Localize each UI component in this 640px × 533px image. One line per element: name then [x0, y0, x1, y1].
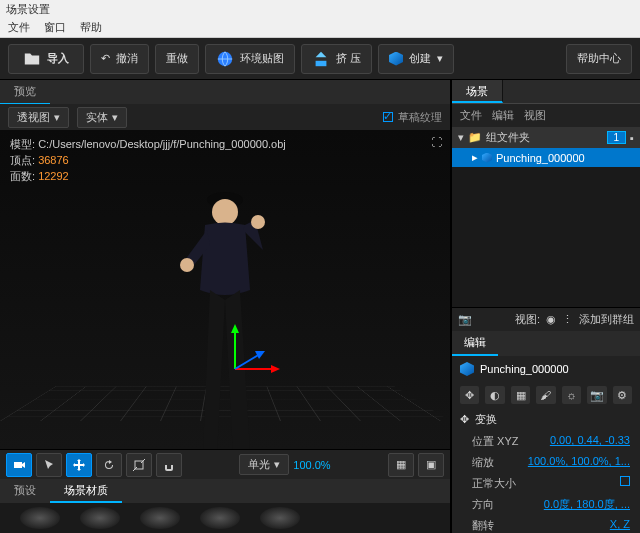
- scene-tree-area[interactable]: [452, 167, 640, 307]
- shading-dropdown[interactable]: 单光 ▾: [239, 454, 289, 475]
- view-option-icon[interactable]: ⋮: [562, 313, 573, 326]
- scene-menu-edit[interactable]: 编辑: [492, 108, 514, 123]
- chevron-down-icon: ▾: [437, 52, 443, 65]
- preview-options-bar: 透视图▾ 实体▾ 草稿纹理: [0, 104, 450, 130]
- viewport-toolbar: 单光 ▾ 100.0% ▦ ▣: [0, 449, 450, 479]
- menu-file[interactable]: 文件: [8, 20, 30, 35]
- object-name[interactable]: Punching_000000: [480, 363, 569, 375]
- snap-tool[interactable]: [156, 453, 182, 477]
- scale-value[interactable]: 100.0%, 100.0%, 1...: [528, 455, 630, 470]
- scene-folder-row[interactable]: ▾ 📁 组文件夹 1 ▪: [452, 127, 640, 148]
- menu-window[interactable]: 窗口: [44, 20, 66, 35]
- chevron-right-icon: ▸: [472, 151, 478, 164]
- svg-rect-13: [14, 462, 22, 468]
- chevron-down-icon: ▾: [54, 111, 60, 124]
- envmap-button[interactable]: 环境贴图: [205, 44, 295, 74]
- flip-value[interactable]: X, Z: [610, 518, 630, 533]
- folder-icon: [23, 50, 41, 68]
- camera-tool[interactable]: [6, 453, 32, 477]
- cube-icon: [482, 153, 492, 163]
- main-toolbar: 导入 ↶撤消 重做 环境贴图 挤 压 创建 ▾ 帮助中心: [0, 38, 640, 80]
- scene-menu-file[interactable]: 文件: [460, 108, 482, 123]
- object-title-row: Punching_000000: [452, 356, 640, 382]
- render-button[interactable]: ▣: [418, 453, 444, 477]
- direction-value[interactable]: 0.0度, 180.0度, ...: [544, 497, 630, 512]
- folder-icon: 📁: [468, 131, 482, 144]
- scene-submenu: 文件 编辑 视图: [452, 104, 640, 127]
- normal-size-checkbox[interactable]: [620, 476, 630, 486]
- rough-texture-toggle[interactable]: 草稿纹理: [383, 110, 442, 125]
- display-mode-dropdown[interactable]: 实体▾: [77, 107, 127, 128]
- settings-icon[interactable]: ⚙: [613, 386, 632, 404]
- material-thumb[interactable]: [140, 507, 180, 529]
- view-mode-dropdown[interactable]: 透视图▾: [8, 107, 69, 128]
- scene-item-label: Punching_000000: [496, 152, 585, 164]
- paint-icon[interactable]: 🖌: [536, 386, 555, 404]
- chevron-down-icon: ▾: [112, 111, 118, 124]
- inspector-header: 📷 视图: ◉ ⋮ 添加到群组: [452, 307, 640, 331]
- collapse-icon[interactable]: ▪: [630, 132, 634, 144]
- prop-scale: 缩放100.0%, 100.0%, 1...: [452, 452, 640, 473]
- mesh-icon[interactable]: ▦: [511, 386, 530, 404]
- scale-tool[interactable]: [126, 453, 152, 477]
- fullscreen-icon[interactable]: ⛶: [431, 136, 442, 148]
- tab-scene-material[interactable]: 场景材质: [50, 479, 122, 503]
- tab-preset[interactable]: 预设: [0, 479, 50, 503]
- camera-icon[interactable]: 📷: [458, 313, 472, 326]
- camera-icon[interactable]: 📷: [587, 386, 606, 404]
- add-to-group-button[interactable]: 添加到群组: [579, 312, 634, 327]
- material-thumb[interactable]: [200, 507, 240, 529]
- cube-icon: [389, 52, 403, 66]
- cube-icon: [460, 362, 474, 376]
- scene-menu-view[interactable]: 视图: [524, 108, 546, 123]
- rotate-tool[interactable]: [96, 453, 122, 477]
- viewport-3d[interactable]: 模型: C:/Users/lenovo/Desktop/jjj/f/Punchi…: [0, 130, 450, 449]
- tab-scene[interactable]: 场景: [452, 80, 503, 103]
- material-thumb[interactable]: [20, 507, 60, 529]
- menu-help[interactable]: 帮助: [80, 20, 102, 35]
- material-thumbnails: [0, 503, 450, 533]
- move-icon[interactable]: ✥: [460, 386, 479, 404]
- view-label: 视图:: [515, 312, 540, 327]
- tab-preview[interactable]: 预览: [0, 80, 50, 105]
- shading-percent[interactable]: 100.0%: [293, 459, 330, 471]
- transform-section-header[interactable]: ✥ 变换: [452, 408, 640, 431]
- import-button[interactable]: 导入: [8, 44, 84, 74]
- select-tool[interactable]: [36, 453, 62, 477]
- create-button[interactable]: 创建 ▾: [378, 44, 454, 74]
- extrude-button[interactable]: 挤 压: [301, 44, 372, 74]
- scene-panel-tabs: 场景: [452, 80, 640, 104]
- svg-point-4: [251, 215, 265, 229]
- material-thumb[interactable]: [80, 507, 120, 529]
- preview-tabs: 预览: [0, 80, 450, 104]
- folder-label: 组文件夹: [486, 130, 530, 145]
- prop-position: 位置 XYZ0.00, 0.44, -0.33: [452, 431, 640, 452]
- redo-button[interactable]: 重做: [155, 44, 199, 74]
- globe-icon: [216, 50, 234, 68]
- menu-bar: 文件 窗口 帮助: [0, 18, 640, 38]
- extrude-icon: [312, 50, 330, 68]
- undo-button[interactable]: ↶撤消: [90, 44, 149, 74]
- scene-item-row[interactable]: ▸ Punching_000000: [452, 148, 640, 167]
- count-badge: 1: [607, 131, 627, 144]
- character-model: [155, 170, 295, 449]
- window-title: 场景设置: [0, 0, 640, 18]
- material-thumb[interactable]: [260, 507, 300, 529]
- position-value[interactable]: 0.00, 0.44, -0.33: [550, 434, 630, 449]
- checkbox-icon: [383, 112, 393, 122]
- transform-gizmo[interactable]: [225, 319, 285, 379]
- move-tool[interactable]: [66, 453, 92, 477]
- chevron-down-icon: ▾: [274, 458, 280, 471]
- light-icon[interactable]: ☼: [562, 386, 581, 404]
- material-icon[interactable]: ◐: [485, 386, 504, 404]
- inspector-icon-row: ✥ ◐ ▦ 🖌 ☼ 📷 ⚙: [452, 382, 640, 408]
- svg-point-3: [180, 258, 194, 272]
- svg-marker-10: [271, 365, 280, 373]
- view-sphere-icon[interactable]: ◉: [546, 313, 556, 326]
- svg-line-11: [235, 354, 260, 369]
- help-center-button[interactable]: 帮助中心: [566, 44, 632, 74]
- tab-edit[interactable]: 编辑: [452, 331, 498, 356]
- prop-flip: 翻转X, Z: [452, 515, 640, 533]
- grid-toggle[interactable]: ▦: [388, 453, 414, 477]
- svg-point-2: [212, 199, 238, 225]
